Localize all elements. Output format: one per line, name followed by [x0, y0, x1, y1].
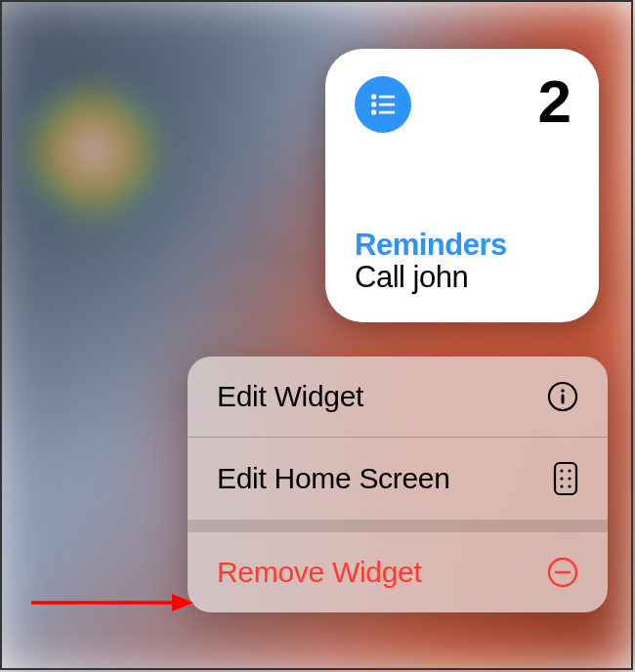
home-grid-icon: [553, 461, 578, 496]
svg-point-11: [568, 469, 571, 472]
svg-point-0: [371, 94, 376, 99]
svg-rect-1: [379, 96, 395, 99]
info-icon: [547, 381, 578, 412]
svg-point-4: [371, 109, 376, 114]
minus-circle-icon: [547, 557, 578, 588]
svg-point-13: [568, 477, 571, 480]
widget-app-title: Reminders: [355, 228, 507, 263]
svg-point-7: [561, 389, 565, 393]
widget-first-reminder: Call john: [355, 260, 507, 295]
menu-item-label: Edit Home Screen: [217, 462, 450, 495]
svg-rect-9: [555, 463, 576, 494]
widget-context-menu: Edit Widget Edit Home Screen: [188, 357, 608, 612]
menu-item-label: Edit Widget: [217, 380, 363, 413]
blurred-app-icon: [34, 93, 151, 210]
svg-point-10: [560, 469, 563, 472]
svg-point-2: [371, 102, 376, 106]
svg-rect-5: [379, 111, 395, 114]
svg-rect-3: [379, 104, 395, 106]
reminders-widget[interactable]: 2 Reminders Call john: [325, 49, 599, 322]
svg-point-15: [568, 484, 571, 487]
svg-rect-8: [562, 395, 565, 404]
edit-widget-button[interactable]: Edit Widget: [188, 357, 608, 437]
menu-divider-thick: [188, 520, 608, 532]
edit-home-screen-button[interactable]: Edit Home Screen: [188, 438, 608, 520]
menu-item-label: Remove Widget: [217, 556, 422, 589]
svg-point-14: [560, 484, 563, 487]
svg-point-12: [560, 477, 563, 480]
remove-widget-button[interactable]: Remove Widget: [188, 532, 608, 612]
list-icon: [355, 76, 411, 133]
reminder-count: 2: [538, 76, 570, 128]
